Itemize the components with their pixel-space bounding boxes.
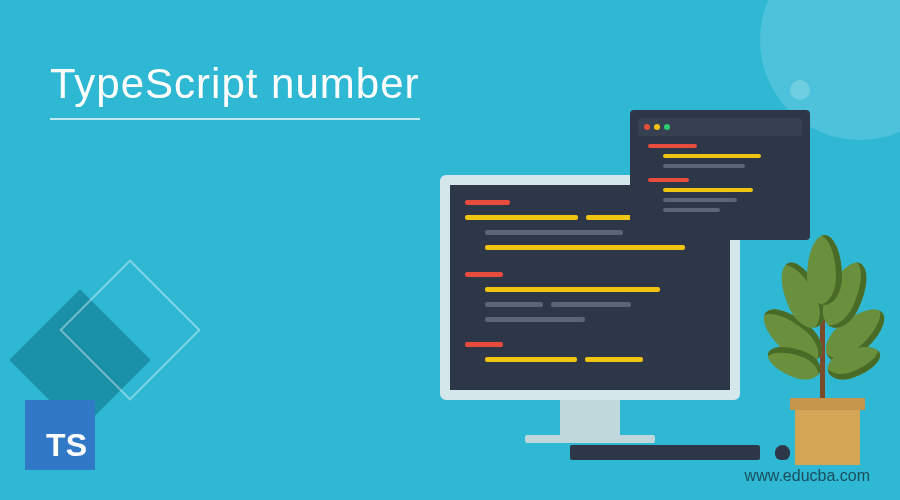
code-line (485, 317, 585, 322)
code-line (485, 287, 660, 292)
code-line (663, 164, 745, 168)
code-line (648, 178, 689, 182)
code-line (551, 302, 632, 307)
code-line (648, 144, 697, 148)
page-title: TypeScript number (50, 60, 420, 108)
window-dot-red (644, 124, 650, 130)
plant-pot (795, 410, 860, 465)
title-underline (50, 118, 420, 120)
window-dot-green (664, 124, 670, 130)
code-line (465, 215, 578, 220)
code-line (485, 230, 623, 235)
code-line (663, 198, 737, 202)
monitor-base (525, 435, 655, 443)
plant-pot-rim (790, 398, 865, 410)
code-line (485, 357, 577, 362)
code-line (485, 302, 543, 307)
window-header (638, 118, 802, 136)
code-line (465, 200, 510, 205)
code-line (663, 208, 720, 212)
monitor-stand (560, 400, 620, 435)
typescript-logo-icon: TS (25, 400, 95, 470)
keyboard-icon (570, 445, 760, 460)
website-url: www.educba.com (745, 467, 870, 485)
code-line (663, 154, 761, 158)
decorative-dot (790, 80, 810, 100)
code-window-small (630, 110, 810, 240)
code-line (465, 272, 503, 277)
window-dot-yellow (654, 124, 660, 130)
plant-decoration (770, 245, 880, 465)
code-line (465, 342, 503, 347)
code-line (485, 245, 685, 250)
code-line (585, 357, 643, 362)
logo-text: TS (46, 427, 87, 464)
code-line (663, 188, 753, 192)
plant-leaf (807, 235, 842, 305)
